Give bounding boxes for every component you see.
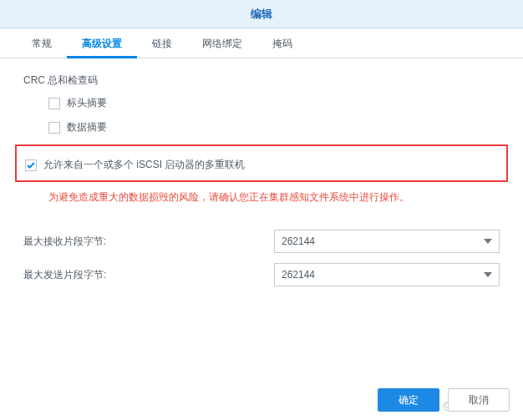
tab-advanced[interactable]: 高级设置 <box>67 28 137 58</box>
content-panel: CRC 总和检查码 标头摘要 数据摘要 允许来自一个或多个 iSCSI 启动器的… <box>0 58 523 305</box>
chevron-down-icon <box>484 272 492 277</box>
max-recv-select[interactable]: 262144 <box>274 230 500 253</box>
crc-group-label: CRC 总和检查码 <box>23 73 500 88</box>
max-send-select[interactable]: 262144 <box>274 263 500 286</box>
cancel-button[interactable]: 取消 <box>448 388 510 412</box>
multi-session-box: 允许来自一个或多个 iSCSI 启动器的多重联机 <box>15 144 508 182</box>
tab-mask[interactable]: 掩码 <box>257 28 307 58</box>
max-send-value: 262144 <box>282 269 315 281</box>
multi-session-checkbox[interactable] <box>25 159 37 171</box>
chevron-down-icon <box>484 239 492 244</box>
data-summary-checkbox[interactable] <box>48 122 60 134</box>
header-summary-checkbox[interactable] <box>48 98 60 109</box>
tab-general[interactable]: 常规 <box>17 28 67 58</box>
data-summary-label: 数据摘要 <box>67 120 107 134</box>
multi-session-warning: 为避免造成重大的数据损毁的风险，请确认您正在集群感知文件系统中进行操作。 <box>48 190 500 205</box>
dialog-footer: 确定 取消 <box>378 388 510 412</box>
dialog-title: 编辑 <box>0 0 523 28</box>
ok-button[interactable]: 确定 <box>378 388 439 412</box>
tab-link[interactable]: 链接 <box>137 28 187 58</box>
header-summary-label: 标头摘要 <box>67 96 107 110</box>
max-recv-label: 最大接收片段字节: <box>23 235 274 249</box>
tab-network-binding[interactable]: 网络绑定 <box>187 28 257 58</box>
max-send-label: 最大发送片段字节: <box>23 268 274 282</box>
multi-session-label: 允许来自一个或多个 iSCSI 启动器的多重联机 <box>43 158 245 172</box>
tab-bar: 常规 高级设置 链接 网络绑定 掩码 <box>0 28 523 58</box>
max-recv-value: 262144 <box>282 235 315 247</box>
